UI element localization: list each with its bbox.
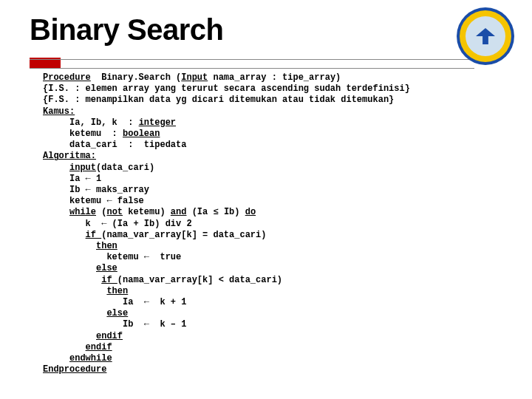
kw-while: while [69, 207, 96, 217]
kw-algoritma: Algoritma: [43, 151, 96, 161]
kw-endif-2: endif [86, 342, 112, 352]
kw-then: then [96, 241, 117, 251]
kw-kamus: Kamus: [43, 106, 75, 117]
comment-fs: {F.S. : menampilkan data yg dicari ditem… [43, 95, 394, 105]
slide-title: Binary Search [0, 0, 532, 51]
kw-then-2: then [106, 286, 128, 296]
university-logo [457, 7, 514, 65]
comment-is: {I.S. : elemen array yang terurut secara… [43, 83, 410, 94]
kw-else: else [96, 263, 117, 273]
kw-boolean: boolean [123, 129, 160, 139]
kw-endif: endif [96, 331, 123, 341]
kw-endprocedure: Endprocedure [43, 364, 106, 375]
kw-input: Input [181, 72, 208, 83]
title-rule-top [30, 59, 474, 60]
kw-not: not [106, 207, 123, 217]
kw-if-2: if [101, 275, 117, 285]
kw-integer: integer [139, 117, 176, 128]
kw-input-call: input [69, 163, 96, 173]
pseudocode-block: Procedure Binary.Search (Input nama_arra… [43, 72, 501, 375]
kw-if: if [86, 230, 102, 240]
kw-and: and [171, 207, 187, 217]
kw-endwhile: endwhile [69, 353, 112, 364]
kw-else-2: else [106, 308, 128, 318]
kw-procedure: Procedure [43, 72, 91, 83]
title-rule-bottom [30, 68, 474, 69]
kw-do: do [245, 207, 256, 217]
